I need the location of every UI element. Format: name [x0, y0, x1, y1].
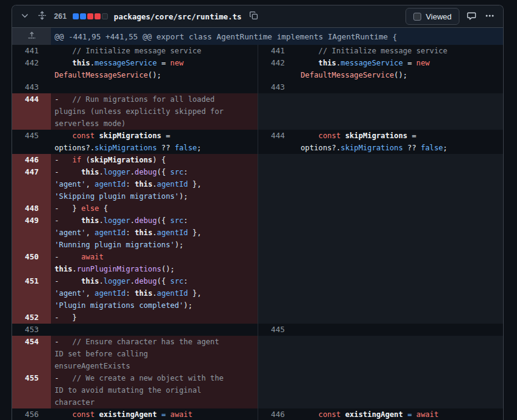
code-segment: const	[318, 132, 341, 140]
unfold-icon	[38, 11, 47, 22]
code-segment: :	[184, 168, 193, 176]
code-segment: 'Skipping plugin migrations'	[55, 192, 179, 201]
code-segment: this	[135, 228, 152, 237]
diff-side-old: 453	[12, 324, 258, 336]
code-segment: existingAgent	[345, 410, 402, 419]
diff-row: 449- this.logger.debug({ src: 'agent', a…	[12, 215, 503, 251]
diff-side-new: 444 const skipMigrations = options?.skip…	[258, 130, 503, 154]
line-number[interactable]: 454	[12, 336, 51, 372]
code-segment: // Initialize message service	[318, 47, 447, 55]
diff-side-old: 449- this.logger.debug({ src: 'agent', a…	[12, 215, 258, 251]
code-segment: DefaultMessageService	[301, 71, 394, 79]
code-segment: .	[90, 59, 95, 67]
line-number[interactable]: 449	[12, 215, 51, 251]
code-segment: // Run migrations for all loaded plugins…	[55, 95, 228, 128]
line-number[interactable]: 452	[12, 312, 51, 324]
line-number[interactable]: 456	[12, 408, 51, 420]
line-number[interactable]: 448	[12, 202, 51, 215]
code-segment: // Ensure character has the agent ID set…	[55, 338, 224, 370]
code-segment: // Initialize message service	[72, 47, 201, 55]
code-segment: ,	[85, 228, 95, 237]
diffstat-add-square	[80, 13, 86, 19]
diff-side-new: 441 // Initialize message service	[258, 45, 503, 57]
code-segment: runPluginMigrations	[77, 265, 161, 273]
code-segment: this	[55, 265, 72, 273]
line-number[interactable]: 445	[12, 130, 51, 154]
collapse-file-button[interactable]	[19, 10, 30, 23]
code-segment: ({	[157, 277, 170, 285]
file-path-link[interactable]: packages/core/src/runtime.ts	[114, 12, 242, 21]
code-line: // Initialize message service	[51, 45, 258, 57]
line-number[interactable]: 446	[12, 154, 51, 166]
line-number[interactable]: 446	[258, 408, 297, 420]
diff-row: 446- if (skipMigrations) {	[12, 154, 503, 166]
line-number[interactable]: 447	[12, 166, 51, 202]
diff-side-new: 443	[258, 81, 503, 93]
line-number[interactable]: 442	[258, 57, 297, 81]
code-line	[297, 81, 503, 93]
viewed-button[interactable]: Viewed	[405, 8, 459, 25]
code-segment: - }	[55, 313, 77, 322]
code-segment: =	[403, 59, 416, 67]
code-segment: .	[99, 277, 103, 285]
line-number[interactable]: 445	[258, 324, 297, 336]
line-number[interactable]: 455	[12, 372, 51, 408]
code-segment: .	[130, 216, 135, 225]
expand-hunk-button[interactable]	[12, 28, 51, 45]
code-line	[51, 81, 258, 93]
line-number[interactable]: 442	[12, 57, 51, 81]
code-segment: },	[188, 180, 205, 188]
line-number[interactable]: 443	[12, 81, 51, 93]
code-segment: debug	[135, 277, 157, 285]
diff-side-old: 451- this.logger.debug({ src: 'agent', a…	[12, 275, 258, 312]
diff-side-old: 445 const skipMigrations = options?.skip…	[12, 130, 258, 154]
more-options-button[interactable]	[484, 10, 496, 24]
code-segment: -	[55, 374, 72, 382]
code-segment: if	[72, 156, 81, 164]
diff-row: 447- this.logger.debug({ src: 'agent', a…	[12, 166, 503, 202]
code-segment: ({	[157, 216, 170, 225]
line-number[interactable]: 444	[258, 130, 297, 154]
code-segment: -	[55, 216, 81, 225]
code-segment: src	[170, 277, 184, 285]
code-segment: ,	[85, 289, 95, 298]
line-number[interactable]: 441	[12, 45, 51, 57]
copy-path-button[interactable]	[248, 10, 259, 23]
code-segment: .	[152, 180, 156, 188]
comment-button[interactable]	[465, 10, 478, 24]
code-segment: await	[170, 410, 193, 419]
code-segment: false	[421, 144, 443, 152]
line-number[interactable]: 450	[12, 251, 51, 275]
diff-side-old: 454- // Ensure character has the agent I…	[12, 336, 258, 372]
diffstat-neutral-square	[102, 13, 108, 19]
code-segment: DefaultMessageService	[55, 71, 148, 79]
viewed-checkbox[interactable]	[413, 13, 421, 21]
diff-side-old: 446- if (skipMigrations) {	[12, 154, 258, 166]
code-segment: await	[81, 253, 104, 261]
code-segment: logger	[104, 277, 130, 285]
diff-side-new: 445	[258, 324, 503, 336]
diff-row: 448- } else {	[12, 202, 503, 215]
line-number[interactable]: 453	[12, 324, 51, 336]
code-segment: ??	[157, 144, 175, 152]
line-number[interactable]: 451	[12, 275, 51, 312]
changed-lines-count: 261	[54, 12, 67, 21]
code-line: - this.logger.debug({ src: 'agent', agen…	[51, 275, 258, 312]
expand-all-button[interactable]	[36, 10, 48, 23]
code-segment: const	[318, 410, 341, 419]
code-segment: =	[407, 132, 421, 140]
line-number[interactable]: 443	[258, 81, 297, 93]
diff-row: 453445	[12, 324, 503, 336]
code-segment: options?.	[55, 144, 95, 152]
code-line: const skipMigrations = options?.skipMigr…	[51, 130, 258, 154]
code-segment: 'agent'	[55, 228, 85, 237]
line-number[interactable]: 441	[258, 45, 297, 57]
code-segment: debug	[135, 168, 157, 176]
fold-up-icon	[27, 31, 36, 42]
diff-row: 454- // Ensure character has the agent I…	[12, 336, 503, 372]
diffstat	[73, 13, 108, 19]
code-segment: 'agent'	[55, 289, 85, 298]
diff-row: 456 const existingAgent = await446 const…	[12, 408, 503, 420]
line-number[interactable]: 444	[12, 93, 51, 130]
code-segment: await	[416, 410, 439, 419]
